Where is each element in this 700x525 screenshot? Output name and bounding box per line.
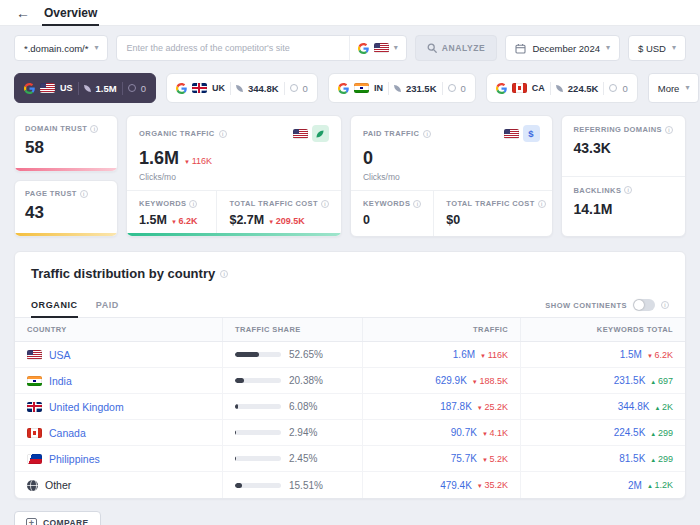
card-label: KEYWORDS: [139, 199, 186, 208]
competitor-url-input[interactable]: [117, 36, 348, 60]
chevron-down-icon: [94, 44, 98, 52]
domain-scope-select[interactable]: *.domain.com/*: [14, 35, 108, 61]
organic-traffic-value: 1.5M: [96, 83, 117, 94]
traffic-value[interactable]: 90.7K: [451, 427, 477, 438]
paid-traffic-icon: [128, 84, 136, 92]
table-header: COUNTRY TRAFFIC SHARE TRAFFIC KEYWORDS T…: [15, 318, 685, 342]
keywords-delta: 2K: [654, 402, 673, 412]
country-link[interactable]: Philippines: [49, 453, 100, 465]
card-label: PAID TRAFFIC: [363, 129, 419, 138]
country-link[interactable]: Canada: [49, 427, 86, 439]
country-tab-uk[interactable]: UK 344.8K 0: [166, 73, 318, 103]
keywords-value[interactable]: 81.5K: [619, 453, 645, 464]
date-picker[interactable]: December 2024: [505, 35, 620, 61]
country-tab-in[interactable]: IN 231.5K 0: [328, 73, 476, 103]
info-icon: [665, 126, 673, 134]
paid-traffic-icon: [290, 84, 298, 92]
traffic-value[interactable]: 1.6M: [453, 349, 475, 360]
paid-traffic-value: 0: [303, 83, 308, 94]
backlinks-section: BACKLINKS 14.1M: [562, 176, 685, 237]
keywords-delta: 697: [650, 376, 673, 386]
traffic-delta: 35.2K: [477, 480, 508, 490]
tab-organic[interactable]: ORGANIC: [31, 293, 78, 318]
analyze-label: ANALYZE: [442, 43, 486, 53]
info-icon: [624, 186, 632, 194]
card-label: KEYWORDS: [363, 199, 410, 208]
divider: [122, 82, 123, 95]
show-continents-toggle[interactable]: [633, 299, 655, 311]
country-link[interactable]: United Kingdom: [49, 401, 124, 413]
country-link[interactable]: India: [49, 375, 72, 387]
competitor-search: [116, 35, 406, 61]
table-row: Other 15.51% 479.4K35.2K 2M1.2K: [15, 472, 685, 498]
paid-traffic-value: 0: [141, 83, 146, 94]
share-bar: [235, 352, 281, 357]
share-bar: [235, 430, 281, 435]
page-trust-card: PAGE TRUST 43: [14, 180, 118, 237]
us-flag-icon: [293, 129, 308, 139]
google-icon: [24, 83, 35, 94]
more-countries-select[interactable]: More: [648, 73, 700, 103]
us-flag-icon: [504, 129, 519, 139]
paid-traffic-value: 0: [461, 83, 466, 94]
canada-flag-icon: [27, 428, 42, 438]
metric-cards: DOMAIN TRUST 58 PAGE TRUST 43 ORGANIC TR…: [0, 103, 700, 237]
table-row: Canada 2.94% 90.7K4.1K 224.5K299: [15, 420, 685, 446]
traffic-delta: 4.1K: [482, 428, 508, 438]
divider: [388, 82, 389, 95]
country-tab-us[interactable]: US 1.5M 0: [14, 73, 156, 103]
back-button[interactable]: [16, 6, 30, 20]
info-icon: [189, 200, 197, 208]
currency-select[interactable]: $ USD: [628, 35, 686, 61]
uk-flag-icon: [192, 83, 207, 93]
back-arrow-icon: [16, 5, 30, 21]
traffic-value[interactable]: 75.7K: [451, 453, 477, 464]
paid-badge-icon: [523, 125, 540, 142]
us-flag-icon: [27, 350, 42, 360]
country-tab-ca[interactable]: CA 224.5K 0: [486, 73, 638, 103]
divider: [78, 82, 79, 95]
more-label: More: [658, 83, 680, 94]
info-icon: [661, 301, 669, 309]
compare-button[interactable]: COMPARE: [14, 511, 101, 525]
share-value: 52.65%: [289, 349, 323, 360]
uk-flag-icon: [27, 402, 42, 412]
analyze-button[interactable]: ANALYZE: [415, 35, 498, 61]
column-header: COUNTRY: [15, 318, 223, 341]
keywords-value[interactable]: 231.5K: [614, 375, 646, 386]
google-icon: [358, 43, 369, 54]
google-icon: [496, 83, 507, 94]
search-engine-select[interactable]: [349, 36, 406, 60]
column-header: TRAFFIC SHARE: [223, 318, 363, 341]
column-header: KEYWORDS TOTAL: [521, 318, 685, 341]
keywords-value[interactable]: 1.5M: [620, 349, 642, 360]
info-icon: [220, 270, 228, 278]
organic-traffic-value: 231.5K: [406, 83, 437, 94]
chevron-down-icon: [672, 44, 676, 52]
backlink-profile-card: REFERRING DOMAINS 43.3K BACKLINKS 14.1M: [561, 115, 686, 237]
paid-traffic-icon: [609, 84, 617, 92]
keywords-value[interactable]: 2M: [628, 480, 642, 491]
paid-traffic-card: PAID TRAFFIC 0 Clicks/mo KEYWORDS 0 TOTA…: [350, 115, 553, 237]
traffic-value[interactable]: 479.4K: [440, 480, 472, 491]
google-icon: [176, 83, 187, 94]
organic-traffic-delta: 116K: [184, 156, 212, 166]
info-icon: [219, 130, 227, 138]
traffic-value[interactable]: 187.8K: [440, 401, 472, 412]
traffic-value[interactable]: 629.9K: [435, 375, 467, 386]
organic-cost-delta: 209.5K: [268, 216, 305, 226]
country-link[interactable]: USA: [49, 349, 71, 361]
tab-paid[interactable]: PAID: [96, 293, 119, 318]
us-flag-icon: [40, 83, 55, 93]
unit-label: Clicks/mo: [139, 172, 329, 182]
share-bar: [235, 404, 281, 409]
keywords-delta: 6.2K: [647, 350, 673, 360]
domain-trust-value: 58: [25, 138, 107, 158]
info-icon: [423, 130, 431, 138]
info-icon: [90, 125, 98, 133]
share-value: 2.94%: [289, 427, 317, 438]
keywords-value[interactable]: 224.5K: [614, 427, 646, 438]
keywords-value[interactable]: 344.8K: [618, 401, 650, 412]
top-bar: Overview: [0, 0, 700, 26]
divider: [230, 82, 231, 95]
